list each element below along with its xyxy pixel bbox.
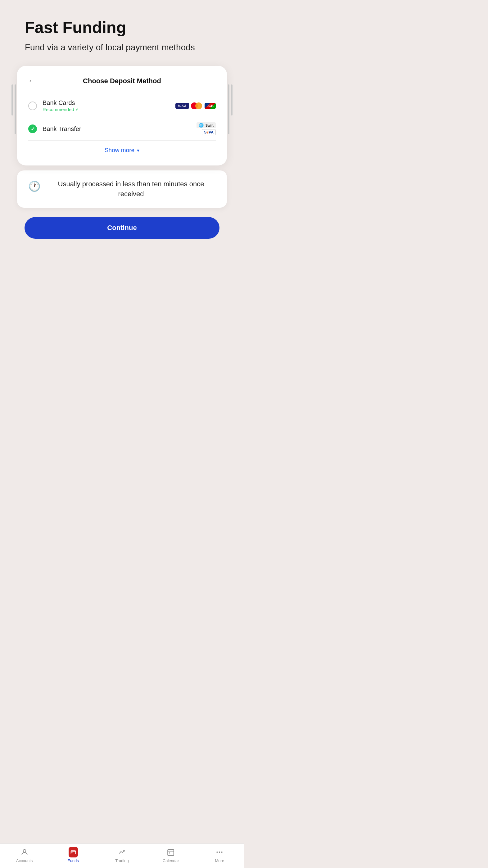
main-title: Fast Funding [25,19,219,36]
bank-transfer-option[interactable]: ✓ Bank Transfer 🌐 Swift S€PA [28,117,216,141]
mastercard-logo [191,102,203,110]
show-more-button[interactable]: Show more ▾ [104,147,140,154]
bank-cards-badge: Recommended ✓ [42,106,175,112]
bank-transfer-name: Bank Transfer [42,125,196,132]
card-header: ← Choose Deposit Method [28,77,216,85]
page-wrapper: Fast Funding Fund via a variety of local… [0,0,244,434]
bank-cards-radio[interactable] [28,101,37,110]
main-subtitle: Fund via a variety of local payment meth… [25,41,219,53]
info-text: Usually processed in less than ten minut… [46,179,216,199]
bar-r4 [228,85,230,134]
visa-logo: VISA [175,103,189,109]
bank-cards-name: Bank Cards [42,99,175,106]
bar-2 [14,85,16,134]
bank-cards-logos: VISA JCB [175,102,216,110]
bank-transfer-radio[interactable]: ✓ [28,124,37,133]
header-section: Fast Funding Fund via a variety of local… [0,0,244,63]
swift-logo: 🌐 Swift [196,122,216,128]
check-icon: ✓ [31,126,35,132]
card-title: Choose Deposit Method [83,77,161,85]
bank-cards-option[interactable]: Bank Cards Recommended ✓ VISA JCB [28,94,216,117]
bar-r5 [231,85,233,116]
bank-transfer-info: Bank Transfer [42,125,196,132]
card-container: ← Choose Deposit Method Bank Cards Recom… [17,66,227,165]
bar-1 [11,85,13,116]
bank-cards-info: Bank Cards Recommended ✓ [42,99,175,112]
deposit-card: ← Choose Deposit Method Bank Cards Recom… [17,66,227,165]
info-box: 🕐 Usually processed in less than ten min… [17,170,227,208]
show-more-row: Show more ▾ [28,141,216,156]
back-arrow[interactable]: ← [28,77,35,85]
jcb-logo: JCB [205,103,216,109]
swift-sepa-logos: 🌐 Swift S€PA [196,122,216,135]
sepa-logo: S€PA [202,129,215,135]
clock-icon: 🕐 [28,180,41,192]
show-more-label: Show more [104,147,134,154]
continue-button[interactable]: Continue [25,217,220,239]
chevron-down-icon: ▾ [137,148,140,153]
